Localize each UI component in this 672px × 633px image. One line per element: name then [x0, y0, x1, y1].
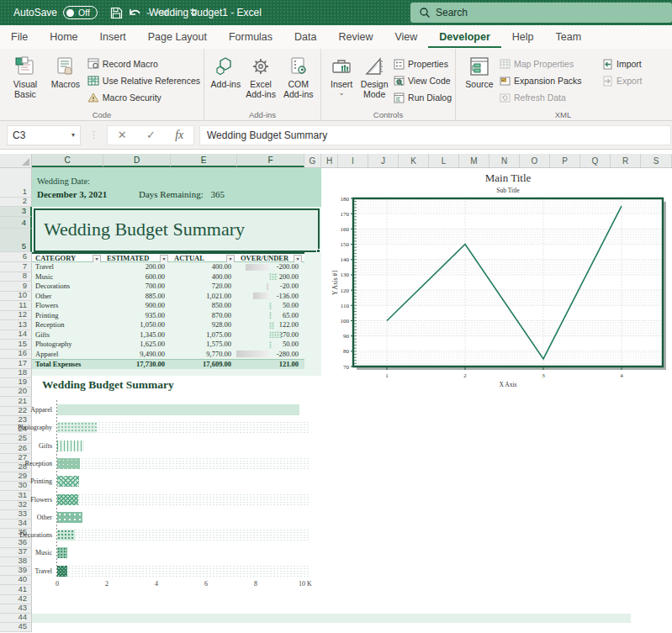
column-header-F[interactable]: F	[237, 154, 304, 167]
import-button[interactable]: Import	[602, 57, 654, 71]
com-addins-button[interactable]: COM Add-ins	[279, 52, 317, 99]
table-row[interactable]: Music600.00400.00200.00	[32, 272, 304, 282]
bar-gifts[interactable]	[57, 440, 84, 451]
use-relative-references-button[interactable]: Use Relative References	[87, 74, 200, 87]
highlighted-row-band[interactable]	[32, 614, 631, 623]
bar-apparel[interactable]	[57, 404, 299, 415]
column-header-P[interactable]: P	[550, 154, 580, 167]
bar-decorations[interactable]	[57, 530, 75, 541]
column-header-G[interactable]: G	[304, 154, 321, 167]
table-row[interactable]: Gifts1,345.001,075.00270.00	[32, 330, 304, 340]
row-header-45[interactable]: 45	[0, 623, 32, 632]
row-header-4[interactable]: 4	[0, 217, 32, 229]
row-header-42[interactable]: 42	[0, 595, 32, 604]
column-header-R[interactable]: R	[611, 154, 641, 167]
column-header-N[interactable]: N	[489, 154, 520, 167]
macros-button[interactable]: Macros	[45, 52, 86, 89]
tab-formulas[interactable]: Formulas	[218, 26, 283, 49]
row-header-5[interactable]: 5	[0, 229, 32, 252]
column-header-Q[interactable]: Q	[580, 154, 611, 167]
name-box[interactable]: C3 ▾	[7, 125, 81, 145]
run-dialog-button[interactable]: Run Dialog	[394, 91, 452, 104]
table-row[interactable]: Travel200.00400.00-200.00	[32, 262, 304, 272]
row-header-17[interactable]: 17	[0, 359, 32, 369]
table-row[interactable]: Photography1,625.001,575.0050.00	[32, 340, 304, 350]
source-button[interactable]: Source	[461, 52, 498, 89]
fill-handle[interactable]	[316, 249, 320, 253]
table-total-row[interactable]: Total Expenses17,730.0017,609.00121.00	[32, 359, 304, 369]
column-header-E[interactable]: E	[171, 154, 237, 167]
tab-team[interactable]: Team	[545, 26, 593, 49]
tab-view[interactable]: View	[384, 26, 428, 49]
row-header-44[interactable]: 44	[0, 614, 32, 623]
bar-music[interactable]	[57, 547, 67, 558]
column-header-S[interactable]: S	[641, 154, 672, 167]
select-all-corner[interactable]	[0, 154, 32, 167]
visual-basic-button[interactable]: Visual Basic	[5, 52, 45, 99]
bar-photography[interactable]	[57, 422, 97, 433]
name-box-dropdown-icon[interactable]: ▾	[71, 133, 75, 138]
addins-button[interactable]: Add-ins	[209, 52, 242, 89]
bar-other[interactable]	[57, 512, 82, 523]
table-row[interactable]: Flowers900.00850.0050.00	[32, 301, 304, 311]
search-box[interactable]: Search	[410, 3, 672, 23]
row-header-6[interactable]: 6	[0, 252, 32, 262]
bar-flowers[interactable]	[57, 494, 78, 505]
row-header-38[interactable]: 38	[0, 557, 32, 567]
filter-dropdown-icon[interactable]: ▾	[226, 255, 235, 263]
selected-title-cell[interactable]: Wedding Budget Summary	[34, 208, 320, 252]
tab-page-layout[interactable]: Page Layout	[137, 26, 218, 49]
formula-bar-splitter[interactable]: ⋮	[89, 129, 98, 140]
column-header-H[interactable]: H	[321, 154, 338, 167]
table-row[interactable]: Apparel9,490.009,770.00-280.00	[32, 350, 304, 360]
row-header-8[interactable]: 8	[0, 272, 32, 282]
row-header-14[interactable]: 14	[0, 330, 32, 340]
row-header-20[interactable]: 20	[0, 388, 32, 397]
table-row[interactable]: Decorations700.00720.00-20.00	[32, 282, 304, 292]
filter-dropdown-icon[interactable]: ▾	[93, 255, 101, 263]
row-header-18[interactable]: 18	[0, 369, 32, 378]
excel-addins-button[interactable]: Excel Add-ins	[242, 52, 280, 99]
insert-control-button[interactable]: Insert ⌄	[326, 52, 357, 96]
row-header-10[interactable]: 10	[0, 292, 32, 302]
tab-data[interactable]: Data	[283, 26, 327, 49]
bar-printing[interactable]	[57, 476, 79, 487]
macro-security-button[interactable]: Macro Security	[87, 91, 200, 104]
tab-review[interactable]: Review	[327, 26, 384, 49]
cancel-icon[interactable]: ✕	[118, 129, 127, 141]
row-header-41[interactable]: 41	[0, 585, 32, 594]
row-header-2[interactable]: 2	[0, 198, 32, 207]
column-header-C[interactable]: C	[32, 154, 103, 167]
insert-function-icon[interactable]: fx	[175, 129, 183, 142]
row-header-36[interactable]: 36	[0, 538, 32, 547]
column-header-M[interactable]: M	[459, 154, 489, 167]
table-row[interactable]: Other885.001,021.00-136.00	[32, 292, 304, 302]
row-header-15[interactable]: 15	[0, 340, 32, 350]
column-header-L[interactable]: L	[429, 154, 459, 167]
row-header-13[interactable]: 13	[0, 320, 32, 330]
tab-developer[interactable]: Developer	[428, 26, 500, 49]
row-header-1[interactable]: 1	[0, 168, 32, 198]
row-header-9[interactable]: 9	[0, 282, 32, 292]
view-code-button[interactable]: View Code	[394, 74, 452, 87]
column-header-I[interactable]: I	[338, 154, 368, 167]
column-header-D[interactable]: D	[103, 154, 171, 167]
column-header-O[interactable]: O	[520, 154, 550, 167]
tab-file[interactable]: File	[0, 26, 39, 49]
table-row[interactable]: Printing935.00870.0065.00	[32, 311, 304, 321]
row-header-11[interactable]: 11	[0, 301, 32, 311]
row-header-3[interactable]: 3	[0, 207, 32, 217]
row-header-7[interactable]: 7	[0, 262, 32, 272]
tab-help[interactable]: Help	[501, 26, 545, 49]
design-mode-button[interactable]: Design Mode	[357, 52, 392, 99]
tab-insert[interactable]: Insert	[89, 26, 137, 49]
expansion-packs-button[interactable]: Expansion Packs	[500, 74, 601, 87]
record-macro-button[interactable]: Record Macro	[87, 57, 200, 71]
properties-button[interactable]: Properties	[394, 57, 452, 71]
table-row[interactable]: Reception1,050.00928.00122.00	[32, 320, 304, 330]
enter-icon[interactable]: ✓	[146, 129, 156, 141]
row-header-12[interactable]: 12	[0, 311, 32, 321]
column-header-J[interactable]: J	[368, 154, 399, 167]
bar-reception[interactable]	[57, 458, 80, 469]
filter-dropdown-icon[interactable]: ▾	[294, 255, 302, 263]
